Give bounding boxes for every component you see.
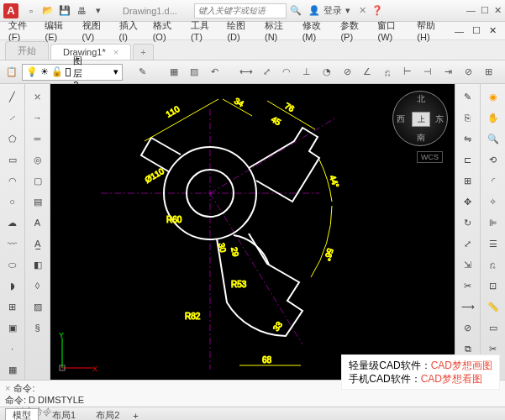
dim-aligned-icon[interactable]: ⤢ xyxy=(257,63,276,81)
tab-drawing1[interactable]: Drawing1* × xyxy=(50,44,131,60)
chevron-down-icon[interactable]: ▾ xyxy=(113,66,118,77)
scale-icon[interactable]: ⤢ xyxy=(458,234,478,253)
pline-icon[interactable]: ⟋ xyxy=(3,108,23,127)
layer-prev-icon[interactable]: ↶ xyxy=(205,63,224,81)
erase-icon[interactable]: ✎ xyxy=(458,87,478,106)
menu-view[interactable]: 视图(V) xyxy=(79,19,114,42)
save-icon[interactable]: 💾 xyxy=(57,3,72,18)
status-add-layout-icon[interactable]: + xyxy=(133,411,138,421)
insert-icon[interactable]: ⊞ xyxy=(3,297,23,316)
ellipse-icon[interactable]: ⬭ xyxy=(3,255,23,274)
tab-start[interactable]: 开始 xyxy=(5,41,49,60)
dim-center-icon[interactable]: ⊕ xyxy=(499,63,505,81)
app-logo[interactable]: A xyxy=(3,3,18,18)
menu-window[interactable]: 窗口(W) xyxy=(374,19,412,42)
pan-icon[interactable]: ✋ xyxy=(483,108,503,127)
layer-props-icon[interactable]: 📋 xyxy=(5,63,18,81)
status-layout2-tab[interactable]: 布局2 xyxy=(89,409,126,420)
explode-icon[interactable]: ✧ xyxy=(483,192,503,211)
mline-icon[interactable]: ═ xyxy=(28,129,48,148)
menu-help[interactable]: 帮助(H) xyxy=(413,19,450,42)
orbit-icon[interactable]: ⟲ xyxy=(483,150,503,169)
zoom-icon[interactable]: 🔍 xyxy=(483,129,503,148)
print-icon[interactable]: 🖶 xyxy=(74,3,89,18)
dim-arc-icon[interactable]: ◠ xyxy=(277,63,296,81)
table-icon[interactable]: ▤ xyxy=(28,192,48,211)
dim-diam-icon[interactable]: ⊘ xyxy=(338,63,356,81)
revcloud-icon[interactable]: ☁ xyxy=(3,213,23,232)
view-compass[interactable]: 北 南 东 西 上 xyxy=(392,91,448,146)
boundary-icon[interactable]: ◊ xyxy=(28,276,48,295)
search-input[interactable] xyxy=(194,3,287,18)
menu-param[interactable]: 参数(P) xyxy=(337,19,372,42)
dim-radius-icon[interactable]: ◔ xyxy=(318,63,336,81)
dim-continue-icon[interactable]: ⊣ xyxy=(418,63,437,81)
mirror-icon[interactable]: ⇋ xyxy=(458,129,478,148)
menu-modify[interactable]: 修改(M) xyxy=(299,19,336,42)
menu-file[interactable]: 文件(F) xyxy=(5,19,39,42)
doc-restore-icon[interactable]: ☐ xyxy=(469,25,484,36)
menu-insert[interactable]: 插入(I) xyxy=(116,19,148,42)
dim-baseline-icon[interactable]: ⊢ xyxy=(398,63,417,81)
menu-draw[interactable]: 绘图(D) xyxy=(224,19,260,42)
select-icon[interactable]: ▭ xyxy=(483,318,503,337)
circle-icon[interactable]: ○ xyxy=(3,192,23,211)
move-icon[interactable]: ✥ xyxy=(458,192,478,211)
menu-tools[interactable]: 工具(T) xyxy=(187,19,222,42)
minimize-icon[interactable]: — xyxy=(466,5,476,16)
drawing-canvas[interactable]: 110 34 76 45 Ø110 R60 30 29 R53 R82 33 6… xyxy=(50,84,455,380)
trim-icon[interactable]: ✂ xyxy=(458,276,478,295)
status-layout1-tab[interactable]: 布局1 xyxy=(45,409,82,420)
array-icon[interactable]: ⊞ xyxy=(458,171,478,190)
login-dropdown-icon[interactable]: ▾ xyxy=(345,5,350,16)
layer-selector[interactable]: 💡 ☀ 🔓 图层2 ▾ xyxy=(22,64,123,81)
extend-icon[interactable]: ⟶ xyxy=(458,297,478,316)
help-icon[interactable]: ❓ xyxy=(371,5,383,16)
status-model-tab[interactable]: 模型 xyxy=(5,408,39,420)
menu-edit[interactable]: 编辑(E) xyxy=(41,19,76,42)
wcs-label[interactable]: WCS xyxy=(417,151,443,163)
login-area[interactable]: 👤 登录 ▾ xyxy=(308,4,350,17)
wipeout-icon[interactable]: ▨ xyxy=(28,297,48,316)
open-icon[interactable]: 📂 xyxy=(40,3,55,18)
line-icon[interactable]: ╱ xyxy=(3,87,23,106)
dim-break-icon[interactable]: ⊘ xyxy=(459,63,477,81)
region-icon[interactable]: ▢ xyxy=(28,171,48,190)
hatch-icon[interactable]: ▦ xyxy=(3,360,23,379)
layer-match-icon[interactable]: ✎ xyxy=(133,63,151,81)
arc-icon[interactable]: ◠ xyxy=(3,171,23,190)
offset-icon[interactable]: ⊏ xyxy=(458,150,478,169)
break-icon[interactable]: ⊘ xyxy=(458,318,478,337)
maximize-icon[interactable]: ☐ xyxy=(481,5,489,16)
measure-icon[interactable]: 📏 xyxy=(483,297,503,316)
layer-states-icon[interactable]: ▦ xyxy=(165,63,183,81)
menu-format[interactable]: 格式(O) xyxy=(150,19,186,42)
fillet-icon[interactable]: ◜ xyxy=(483,171,503,190)
rotate-icon[interactable]: ↻ xyxy=(458,213,478,232)
block-icon[interactable]: ▣ xyxy=(3,318,23,337)
new-icon[interactable]: ▫ xyxy=(24,3,39,18)
ray-icon[interactable]: → xyxy=(28,108,48,127)
polygon-icon[interactable]: ⬠ xyxy=(3,129,23,148)
qat-dropdown-icon[interactable]: ▾ xyxy=(91,3,106,18)
layer-iso-icon[interactable]: ▨ xyxy=(185,63,203,81)
dim-space-icon[interactable]: ⇥ xyxy=(439,63,457,81)
point-icon[interactable]: · xyxy=(3,339,23,358)
rect-icon[interactable]: ▭ xyxy=(3,150,23,169)
stretch-icon[interactable]: ⇲ xyxy=(458,255,478,274)
mtext-icon[interactable]: A̲ xyxy=(28,234,48,253)
search-icon[interactable]: 🔍 xyxy=(290,5,302,16)
gradient-icon[interactable]: ◧ xyxy=(28,255,48,274)
nav-icon[interactable]: ◉ xyxy=(483,87,503,106)
tab-new[interactable]: + xyxy=(133,44,153,60)
doc-minimize-icon[interactable]: — xyxy=(451,26,467,36)
doc-close-icon[interactable]: ✕ xyxy=(486,25,500,36)
dim-tol-icon[interactable]: ⊞ xyxy=(479,63,497,81)
viewcube-top[interactable]: 上 xyxy=(412,112,430,127)
copy-icon[interactable]: ⎘ xyxy=(458,108,478,127)
exchange-icon[interactable]: ✕ xyxy=(359,5,366,16)
ellipse-arc-icon[interactable]: ◗ xyxy=(3,276,23,295)
tab-close-icon[interactable]: × xyxy=(113,47,118,57)
dim-angle-icon[interactable]: ∠ xyxy=(358,63,376,81)
donut-icon[interactable]: ◎ xyxy=(28,150,48,169)
